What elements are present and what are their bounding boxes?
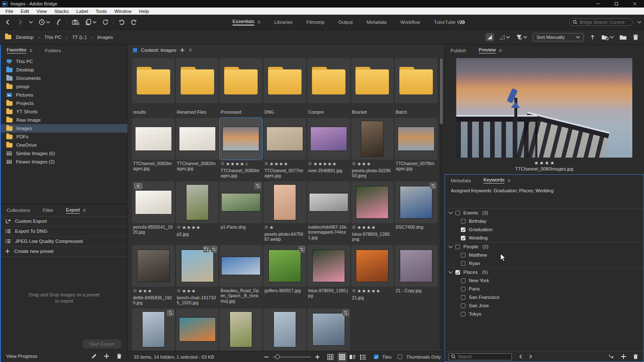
keyword-checkbox-events[interactable] (455, 211, 460, 215)
workspace-tab-workflow[interactable]: Workflow (400, 20, 420, 25)
preview-rating-stars[interactable] (445, 160, 644, 166)
slider-knob[interactable] (275, 354, 280, 359)
keyword-checkbox-tokyo[interactable] (461, 312, 465, 316)
grid-lock-view-icon[interactable] (327, 354, 334, 360)
minimize-button[interactable] (589, 0, 607, 8)
delete-preset-icon[interactable] (116, 353, 122, 359)
thumbnail-p1-pano-dng[interactable] (220, 181, 262, 223)
thumbnail[interactable] (263, 308, 306, 350)
rating-stars[interactable] (351, 288, 394, 294)
batch-rename-button[interactable] (85, 19, 97, 25)
sidebar-item-pmspr[interactable]: pmspr (1, 82, 128, 91)
search-scope-dropdown-icon[interactable] (637, 20, 641, 24)
keyword-checkbox-places[interactable] (455, 270, 460, 275)
breadcrumb-item-tt-l-[interactable]: TT (L:) (72, 35, 86, 40)
sidebar-item-desktop[interactable]: Desktop (1, 66, 128, 74)
thumbnail-ttchannel-0077images-jpg[interactable] (263, 118, 306, 160)
export-tab-filter[interactable]: Filter (43, 208, 54, 213)
folder-tile-bracket[interactable] (351, 58, 394, 103)
view-progress-label[interactable]: View Progress (6, 354, 37, 359)
sidebar-item-pictures[interactable]: Pictures (1, 91, 128, 99)
folder-tile-results[interactable] (132, 58, 175, 103)
thumbnail-view-button[interactable] (337, 352, 347, 362)
thumbnail-defile-8495836-1920-jpg[interactable] (132, 245, 175, 287)
edit-preset-pencil-icon[interactable] (91, 353, 97, 359)
keyword-row-wedding[interactable]: Wedding (445, 234, 644, 242)
keyword-row-san-francisco[interactable]: San Francisco (445, 293, 644, 301)
keyword-checkbox-paris[interactable] (461, 287, 465, 291)
keyword-checkbox-wedding[interactable] (461, 236, 465, 240)
export-tab-export[interactable]: Export (66, 207, 86, 214)
thumbnail[interactable] (220, 308, 262, 350)
thumbnail-dsc7400-dng[interactable] (395, 181, 437, 223)
thumbnail-pencils-8555541-1920-jpg[interactable]: 8 (132, 181, 175, 223)
thumbnail-ttchannel-0078images-jpg[interactable] (395, 118, 437, 160)
panel-menu-icon[interactable] (29, 48, 32, 54)
keyword-row-paris[interactable]: Paris (445, 285, 644, 293)
menu-item-stacks[interactable]: Stacks (51, 9, 73, 14)
thumbnail-river-2546891-jpg[interactable] (307, 118, 350, 160)
keyword-group-row-people[interactable]: People(2) (445, 242, 644, 251)
add-preset-icon[interactable] (104, 353, 110, 359)
add-content-panel-icon[interactable] (180, 48, 185, 53)
open-recent-file-button[interactable] (601, 33, 614, 41)
preview-tab-preview[interactable]: Preview (479, 47, 502, 54)
sidebar-item-raw-image[interactable]: Raw Image (1, 116, 128, 124)
rating-stars[interactable] (263, 161, 306, 167)
delete-button[interactable] (632, 34, 639, 41)
menu-item-help[interactable]: Help (135, 9, 153, 14)
sidebar-item-flower-images-2-[interactable]: Flower Images (2) (1, 158, 128, 166)
expander-chevron-icon[interactable] (449, 210, 453, 214)
breadcrumb-item-desktop[interactable]: Desktop (16, 35, 33, 40)
close-button[interactable] (626, 0, 644, 8)
keywords-tab-metadata[interactable]: Metadata (451, 178, 471, 183)
thumbnail-pexels-photo-6475987-webp[interactable] (263, 181, 306, 223)
new-sub-keyword-icon[interactable] (608, 354, 614, 359)
thumbnail[interactable] (132, 308, 175, 350)
sidebar-item-documents[interactable]: Documents (1, 74, 128, 82)
thumbnails-only-checkbox[interactable] (398, 354, 402, 359)
keyword-checkbox-new-york[interactable] (461, 278, 465, 283)
menu-item-view[interactable]: View (33, 9, 51, 14)
previous-keyword-icon[interactable] (519, 354, 523, 359)
menu-item-label[interactable]: Label (73, 9, 92, 14)
new-keyword-icon[interactable] (621, 354, 626, 359)
redo-button[interactable] (130, 19, 137, 25)
search-input[interactable] (580, 20, 629, 25)
sort-ascending-button[interactable] (589, 34, 596, 41)
sidebar-item-projects[interactable]: Projects (1, 99, 128, 107)
keyword-search-input[interactable] (458, 354, 509, 359)
thumbnail-bench-chair-1617335-1920-jpg[interactable] (176, 245, 219, 287)
thumbnail[interactable] (176, 308, 219, 350)
export-tab-collections[interactable]: Collections (7, 208, 30, 213)
export-preset-jpeg-low-quality-compressed[interactable]: JPEG Low Quality Compressed (1, 237, 128, 247)
folder-tile-renamed-files[interactable] (176, 58, 219, 103)
keyword-checkbox-matthew[interactable] (461, 253, 465, 257)
rating-stars[interactable] (307, 161, 350, 167)
menu-item-window[interactable]: Window (111, 9, 135, 14)
keyword-row-new-york[interactable]: New York (445, 276, 644, 285)
rating-stars[interactable] (263, 224, 306, 230)
panel-menu-icon[interactable] (507, 178, 510, 184)
folder-tile-processed[interactable] (220, 58, 262, 103)
rating-stars[interactable] (351, 224, 394, 230)
workspace-tab-libraries[interactable]: Libraries (274, 20, 292, 25)
keyword-row-graduation[interactable]: Graduation (445, 225, 644, 234)
workspace-overflow-button[interactable] (459, 19, 466, 25)
thumbnail-p2-jpg[interactable] (176, 181, 219, 223)
keyword-checkbox-san-francisco[interactable] (461, 295, 465, 300)
boomerang-button[interactable] (56, 19, 62, 25)
thumbnail-quality-button[interactable] (499, 34, 510, 40)
folder-tile-dng[interactable] (263, 58, 306, 103)
thumbnail-golfers-960917-jpg[interactable] (263, 245, 306, 287)
sort-dropdown[interactable]: Sort Manually (533, 33, 584, 41)
next-keyword-icon[interactable] (529, 354, 533, 359)
back-button[interactable] (5, 19, 11, 25)
thumbnail-pexels-photo-5029603-jpeg[interactable] (351, 118, 394, 160)
workspace-menu-icon[interactable] (257, 19, 260, 25)
tiles-checkbox[interactable] (374, 354, 378, 359)
keyword-checkbox-graduation[interactable] (461, 227, 465, 232)
sidebar-item-similar-images-5-[interactable]: Similar Images (5) (1, 149, 128, 158)
thumbnail-outdoorhdri087-16k-tonemapped-744ce1-jpg[interactable] (307, 181, 350, 223)
preview-tab-publish[interactable]: Publish (450, 48, 466, 53)
